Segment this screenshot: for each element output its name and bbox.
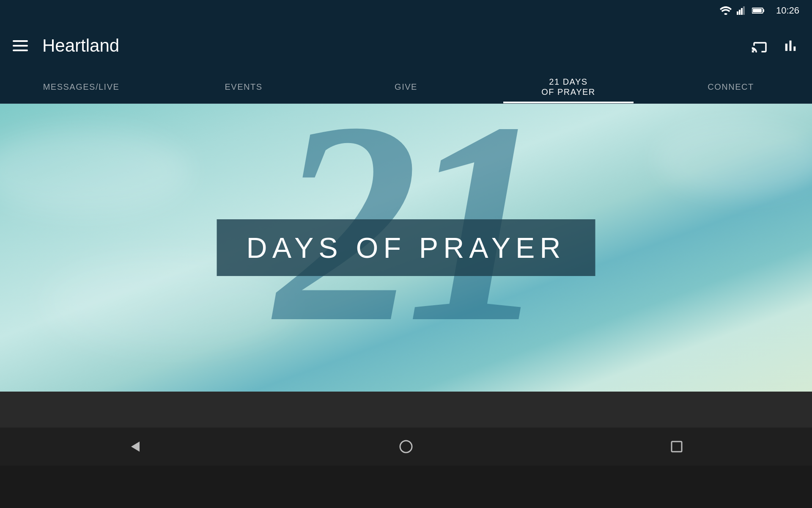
- app-title: Heartland: [42, 36, 738, 56]
- app-bar: Heartland: [0, 21, 812, 70]
- svg-rect-6: [753, 9, 762, 12]
- hamburger-menu-button[interactable]: [13, 40, 30, 51]
- svg-rect-9: [672, 442, 682, 452]
- svg-point-8: [400, 441, 412, 453]
- battery-icon: [752, 7, 765, 14]
- status-bar: 10:26: [0, 0, 812, 21]
- tab-messages-live[interactable]: MESSAGES/LIVE: [0, 70, 162, 103]
- svg-marker-7: [131, 442, 140, 452]
- cast-icon[interactable]: [751, 37, 769, 55]
- svg-rect-1: [739, 10, 741, 15]
- status-time: 10:26: [776, 5, 799, 16]
- tab-give[interactable]: GIVE: [325, 70, 487, 103]
- bottom-area: [0, 392, 812, 466]
- home-button[interactable]: [393, 434, 419, 459]
- hero-banner: 21 DAYS OF PRAYER: [0, 104, 812, 392]
- nav-tabs: MESSAGES/LIVE EVENTS GIVE 21 DAYSOF PRAY…: [0, 70, 812, 104]
- wifi-icon: [720, 6, 732, 15]
- hero-overlay-text-box: DAYS OF PRAYER: [217, 219, 595, 276]
- recent-apps-button[interactable]: [664, 434, 689, 459]
- system-nav-bar: [0, 428, 812, 466]
- svg-rect-5: [763, 9, 764, 12]
- tab-connect[interactable]: CONNECT: [650, 70, 812, 103]
- app-bar-actions: [751, 37, 799, 55]
- chart-icon[interactable]: [782, 37, 799, 55]
- back-button[interactable]: [123, 434, 148, 459]
- tab-events[interactable]: EVENTS: [162, 70, 325, 103]
- svg-rect-3: [743, 6, 745, 15]
- svg-rect-2: [741, 8, 743, 15]
- tab-21-days-of-prayer[interactable]: 21 DAYSOF PRAYER: [487, 70, 650, 103]
- svg-rect-0: [737, 11, 738, 15]
- signal-icon: [737, 6, 747, 15]
